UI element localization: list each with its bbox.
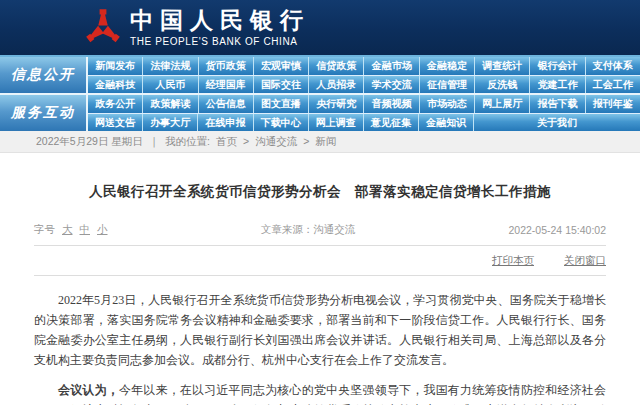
nav-item[interactable]: 金融知识 [419,114,474,131]
nav-item[interactable]: 党建工作 [530,76,585,93]
logo-subtitle: THE PEOPLE'S BANK OF CHINA [130,36,310,47]
nav-row: 政务公开政策解读公告信息图文直播央行研究音频视频市场动态网上展厅报告下载报刊年鉴 [88,95,640,113]
nav-item[interactable]: 图文直播 [254,95,309,113]
nav-item[interactable]: 学术交流 [364,76,419,93]
nav-item[interactable]: 音频视频 [364,95,419,113]
nav-item[interactable]: 人民币 [143,76,198,93]
nav-section: 信息公开新闻发布法律法规货币政策宏观审慎信贷政策金融市场金融稳定调查统计银行会计… [0,57,640,93]
breadcrumb-item[interactable]: 新闻 [315,135,336,147]
font-size-controls: 字号 大中小 [34,223,108,237]
breadcrumb-divider: ｜ [149,135,159,149]
article-body: 2022年5月23日，人民银行召开全系统货币信贷形势分析电视会议，学习贯彻党中央… [34,290,606,405]
article-tools: 打印本页 关闭窗口 [34,246,606,276]
nav-item[interactable]: 支付体系 [586,57,640,75]
breadcrumb-arrow: > [243,135,249,147]
breadcrumb-arrow: > [303,135,309,147]
nav-item[interactable]: 报刊年鉴 [586,95,640,113]
nav-item[interactable]: 征信管理 [420,76,475,93]
nav-section-label[interactable]: 信息公开 [0,57,88,93]
nav-item[interactable]: 关于我们 [474,114,640,131]
nav-item[interactable]: 下载中心 [254,114,309,131]
article-timestamp: 2022-05-24 15:40:02 [509,224,607,236]
nav-item[interactable]: 公告信息 [199,95,254,113]
breadcrumb-item[interactable]: 沟通交流 [255,135,297,147]
nav-item[interactable]: 人员招录 [309,76,364,93]
close-window-link[interactable]: 关闭窗口 [564,254,606,268]
nav-item[interactable]: 经理国库 [199,76,254,93]
nav-item[interactable]: 网上展厅 [475,95,530,113]
nav-item[interactable]: 央行研究 [309,95,364,113]
nav-item[interactable]: 新闻发布 [88,57,143,75]
nav-item[interactable]: 报告下载 [530,95,585,113]
nav-item[interactable]: 网上调查 [309,114,364,131]
nav-item[interactable]: 信贷政策 [309,57,364,75]
location-label: 我的位置: [165,135,210,149]
breadcrumb: 2022年5月29日 星期日 ｜ 我的位置: 首页>沟通交流>新闻 [0,131,640,153]
nav-item[interactable]: 银行会计 [530,57,585,75]
paragraph-lead: 会议认为， [58,383,119,397]
article-paragraph: 2022年5月23日，人民银行召开全系统货币信贷形势分析电视会议，学习贯彻党中央… [34,290,606,370]
main-navigation: 信息公开新闻发布法律法规货币政策宏观审慎信贷政策金融市场金融稳定调查统计银行会计… [0,55,640,131]
nav-item[interactable]: 调查统计 [475,57,530,75]
nav-row: 网送文告办事大厅在线申报下载中心网上调查意见征集金融知识关于我们 [88,113,640,131]
nav-item[interactable]: 网送文告 [88,114,143,131]
nav-row: 金融科技人民币经理国库国际交往人员招录学术交流征信管理反洗钱党建工作工会工作 [88,75,640,93]
nav-rows: 政务公开政策解读公告信息图文直播央行研究音频视频市场动态网上展厅报告下载报刊年鉴… [88,95,640,131]
nav-item[interactable]: 金融市场 [364,57,419,75]
nav-item[interactable]: 国际交往 [254,76,309,93]
font-size-option[interactable]: 中 [80,223,91,235]
nav-item[interactable]: 在线申报 [198,114,253,131]
nav-item[interactable]: 金融稳定 [420,57,475,75]
nav-item[interactable]: 意见征集 [364,114,419,131]
nav-item[interactable]: 反洗钱 [475,76,530,93]
print-page-link[interactable]: 打印本页 [492,254,534,268]
nav-item[interactable]: 宏观审慎 [254,57,309,75]
breadcrumb-path: 首页>沟通交流>新闻 [216,135,342,149]
nav-item[interactable]: 货币政策 [199,57,254,75]
nav-item[interactable]: 政务公开 [88,95,143,113]
nav-item[interactable]: 法律法规 [143,57,198,75]
font-size-links: 大中小 [55,223,108,237]
nav-rows: 新闻发布法律法规货币政策宏观审慎信贷政策金融市场金融稳定调查统计银行会计支付体系… [88,57,640,93]
article-container: 人民银行召开全系统货币信贷形势分析会 部署落实稳定信贷增长工作措施 字号 大中小… [0,183,640,405]
nav-item[interactable]: 工会工作 [586,76,640,93]
nav-section-label[interactable]: 服务互动 [0,95,88,131]
article-source: 文章来源：沟通交流 [108,223,509,237]
nav-item[interactable]: 金融科技 [88,76,143,93]
font-size-option[interactable]: 小 [97,223,108,235]
article-meta: 字号 大中小 文章来源：沟通交流 2022-05-24 15:40:02 [34,223,606,246]
logo-title: 中国人民银行 [130,8,310,33]
font-size-label: 字号 [34,223,55,237]
nav-item[interactable]: 办事大厅 [143,114,198,131]
site-header: 中国人民银行 THE PEOPLE'S BANK OF CHINA [0,0,640,55]
logo-text: 中国人民银行 THE PEOPLE'S BANK OF CHINA [130,8,310,46]
nav-row: 新闻发布法律法规货币政策宏观审慎信贷政策金融市场金融稳定调查统计银行会计支付体系 [88,57,640,75]
breadcrumb-item[interactable]: 首页 [216,135,237,147]
nav-section: 服务互动政务公开政策解读公告信息图文直播央行研究音频视频市场动态网上展厅报告下载… [0,93,640,131]
pboc-logo-icon [86,8,120,48]
nav-item[interactable]: 市场动态 [420,95,475,113]
font-size-option[interactable]: 大 [62,223,73,235]
page-title: 人民银行召开全系统货币信贷形势分析会 部署落实稳定信贷增长工作措施 [34,183,606,201]
current-date: 2022年5月29日 星期日 [36,135,143,149]
nav-item[interactable]: 政策解读 [143,95,198,113]
article-paragraph: 会议认为，今年以来，在以习近平同志为核心的党中央坚强领导下，我国有力统筹疫情防控… [34,380,606,405]
